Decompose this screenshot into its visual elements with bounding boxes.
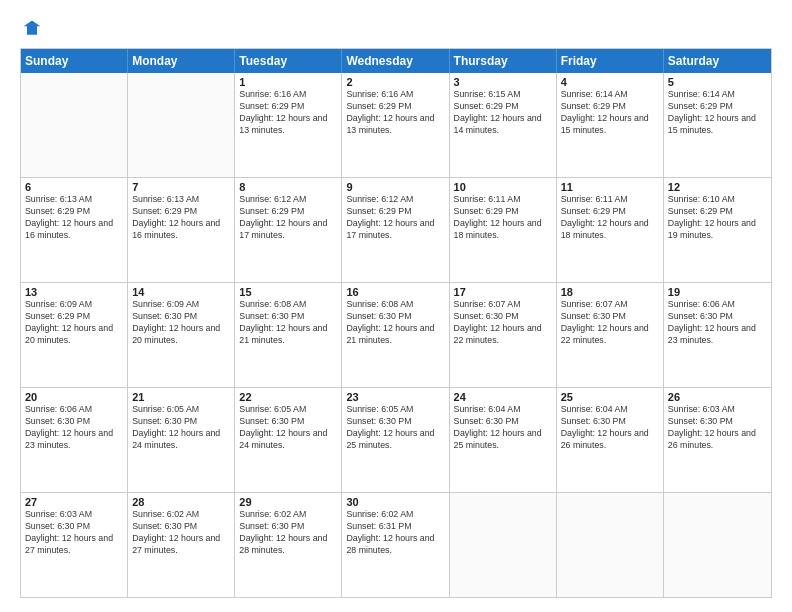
day-number: 19 — [668, 286, 767, 298]
day-number: 2 — [346, 76, 444, 88]
cell-info: Sunrise: 6:14 AM Sunset: 6:29 PM Dayligh… — [668, 89, 767, 137]
calendar-cell: 7Sunrise: 6:13 AM Sunset: 6:29 PM Daylig… — [128, 178, 235, 282]
cell-info: Sunrise: 6:05 AM Sunset: 6:30 PM Dayligh… — [239, 404, 337, 452]
cell-info: Sunrise: 6:05 AM Sunset: 6:30 PM Dayligh… — [132, 404, 230, 452]
day-number: 4 — [561, 76, 659, 88]
calendar-cell: 4Sunrise: 6:14 AM Sunset: 6:29 PM Daylig… — [557, 73, 664, 177]
day-number: 7 — [132, 181, 230, 193]
day-number: 8 — [239, 181, 337, 193]
day-number: 6 — [25, 181, 123, 193]
day-number: 1 — [239, 76, 337, 88]
header-day-friday: Friday — [557, 49, 664, 73]
cell-info: Sunrise: 6:07 AM Sunset: 6:30 PM Dayligh… — [561, 299, 659, 347]
day-number: 27 — [25, 496, 123, 508]
day-number: 25 — [561, 391, 659, 403]
cell-info: Sunrise: 6:04 AM Sunset: 6:30 PM Dayligh… — [454, 404, 552, 452]
cell-info: Sunrise: 6:03 AM Sunset: 6:30 PM Dayligh… — [668, 404, 767, 452]
calendar-cell: 18Sunrise: 6:07 AM Sunset: 6:30 PM Dayli… — [557, 283, 664, 387]
cell-info: Sunrise: 6:11 AM Sunset: 6:29 PM Dayligh… — [561, 194, 659, 242]
calendar-cell: 8Sunrise: 6:12 AM Sunset: 6:29 PM Daylig… — [235, 178, 342, 282]
cell-info: Sunrise: 6:10 AM Sunset: 6:29 PM Dayligh… — [668, 194, 767, 242]
cell-info: Sunrise: 6:15 AM Sunset: 6:29 PM Dayligh… — [454, 89, 552, 137]
calendar-cell: 9Sunrise: 6:12 AM Sunset: 6:29 PM Daylig… — [342, 178, 449, 282]
cell-info: Sunrise: 6:05 AM Sunset: 6:30 PM Dayligh… — [346, 404, 444, 452]
logo-icon — [22, 18, 42, 38]
cell-info: Sunrise: 6:09 AM Sunset: 6:29 PM Dayligh… — [25, 299, 123, 347]
day-number: 28 — [132, 496, 230, 508]
calendar-cell: 3Sunrise: 6:15 AM Sunset: 6:29 PM Daylig… — [450, 73, 557, 177]
calendar-row-1: 6Sunrise: 6:13 AM Sunset: 6:29 PM Daylig… — [21, 178, 771, 283]
header-day-thursday: Thursday — [450, 49, 557, 73]
day-number: 29 — [239, 496, 337, 508]
calendar-cell: 30Sunrise: 6:02 AM Sunset: 6:31 PM Dayli… — [342, 493, 449, 597]
calendar-row-0: 1Sunrise: 6:16 AM Sunset: 6:29 PM Daylig… — [21, 73, 771, 178]
calendar-cell — [664, 493, 771, 597]
day-number: 13 — [25, 286, 123, 298]
cell-info: Sunrise: 6:09 AM Sunset: 6:30 PM Dayligh… — [132, 299, 230, 347]
cell-info: Sunrise: 6:06 AM Sunset: 6:30 PM Dayligh… — [25, 404, 123, 452]
day-number: 3 — [454, 76, 552, 88]
day-number: 12 — [668, 181, 767, 193]
calendar-row-4: 27Sunrise: 6:03 AM Sunset: 6:30 PM Dayli… — [21, 493, 771, 597]
cell-info: Sunrise: 6:16 AM Sunset: 6:29 PM Dayligh… — [239, 89, 337, 137]
calendar-cell: 16Sunrise: 6:08 AM Sunset: 6:30 PM Dayli… — [342, 283, 449, 387]
calendar-cell: 12Sunrise: 6:10 AM Sunset: 6:29 PM Dayli… — [664, 178, 771, 282]
day-number: 20 — [25, 391, 123, 403]
calendar-cell: 10Sunrise: 6:11 AM Sunset: 6:29 PM Dayli… — [450, 178, 557, 282]
calendar-cell — [450, 493, 557, 597]
calendar-cell: 24Sunrise: 6:04 AM Sunset: 6:30 PM Dayli… — [450, 388, 557, 492]
calendar-cell: 26Sunrise: 6:03 AM Sunset: 6:30 PM Dayli… — [664, 388, 771, 492]
header-day-sunday: Sunday — [21, 49, 128, 73]
calendar-cell: 20Sunrise: 6:06 AM Sunset: 6:30 PM Dayli… — [21, 388, 128, 492]
cell-info: Sunrise: 6:04 AM Sunset: 6:30 PM Dayligh… — [561, 404, 659, 452]
calendar-cell: 27Sunrise: 6:03 AM Sunset: 6:30 PM Dayli… — [21, 493, 128, 597]
svg-marker-0 — [24, 21, 41, 35]
cell-info: Sunrise: 6:02 AM Sunset: 6:31 PM Dayligh… — [346, 509, 444, 557]
page: SundayMondayTuesdayWednesdayThursdayFrid… — [0, 0, 792, 612]
header-day-wednesday: Wednesday — [342, 49, 449, 73]
day-number: 18 — [561, 286, 659, 298]
calendar-cell: 6Sunrise: 6:13 AM Sunset: 6:29 PM Daylig… — [21, 178, 128, 282]
day-number: 5 — [668, 76, 767, 88]
calendar-cell: 22Sunrise: 6:05 AM Sunset: 6:30 PM Dayli… — [235, 388, 342, 492]
cell-info: Sunrise: 6:13 AM Sunset: 6:29 PM Dayligh… — [132, 194, 230, 242]
day-number: 23 — [346, 391, 444, 403]
cell-info: Sunrise: 6:11 AM Sunset: 6:29 PM Dayligh… — [454, 194, 552, 242]
day-number: 26 — [668, 391, 767, 403]
calendar-cell: 28Sunrise: 6:02 AM Sunset: 6:30 PM Dayli… — [128, 493, 235, 597]
calendar-row-2: 13Sunrise: 6:09 AM Sunset: 6:29 PM Dayli… — [21, 283, 771, 388]
cell-info: Sunrise: 6:02 AM Sunset: 6:30 PM Dayligh… — [132, 509, 230, 557]
calendar-cell: 21Sunrise: 6:05 AM Sunset: 6:30 PM Dayli… — [128, 388, 235, 492]
day-number: 17 — [454, 286, 552, 298]
cell-info: Sunrise: 6:03 AM Sunset: 6:30 PM Dayligh… — [25, 509, 123, 557]
header-day-monday: Monday — [128, 49, 235, 73]
header-day-saturday: Saturday — [664, 49, 771, 73]
calendar-body: 1Sunrise: 6:16 AM Sunset: 6:29 PM Daylig… — [21, 73, 771, 597]
day-number: 21 — [132, 391, 230, 403]
calendar-cell: 19Sunrise: 6:06 AM Sunset: 6:30 PM Dayli… — [664, 283, 771, 387]
calendar: SundayMondayTuesdayWednesdayThursdayFrid… — [20, 48, 772, 598]
cell-info: Sunrise: 6:08 AM Sunset: 6:30 PM Dayligh… — [346, 299, 444, 347]
calendar-cell: 15Sunrise: 6:08 AM Sunset: 6:30 PM Dayli… — [235, 283, 342, 387]
day-number: 16 — [346, 286, 444, 298]
cell-info: Sunrise: 6:13 AM Sunset: 6:29 PM Dayligh… — [25, 194, 123, 242]
cell-info: Sunrise: 6:12 AM Sunset: 6:29 PM Dayligh… — [239, 194, 337, 242]
calendar-cell: 2Sunrise: 6:16 AM Sunset: 6:29 PM Daylig… — [342, 73, 449, 177]
cell-info: Sunrise: 6:12 AM Sunset: 6:29 PM Dayligh… — [346, 194, 444, 242]
day-number: 14 — [132, 286, 230, 298]
calendar-cell — [21, 73, 128, 177]
calendar-header: SundayMondayTuesdayWednesdayThursdayFrid… — [21, 49, 771, 73]
cell-info: Sunrise: 6:08 AM Sunset: 6:30 PM Dayligh… — [239, 299, 337, 347]
header-day-tuesday: Tuesday — [235, 49, 342, 73]
day-number: 15 — [239, 286, 337, 298]
calendar-cell: 5Sunrise: 6:14 AM Sunset: 6:29 PM Daylig… — [664, 73, 771, 177]
calendar-cell: 14Sunrise: 6:09 AM Sunset: 6:30 PM Dayli… — [128, 283, 235, 387]
day-number: 9 — [346, 181, 444, 193]
calendar-cell: 17Sunrise: 6:07 AM Sunset: 6:30 PM Dayli… — [450, 283, 557, 387]
calendar-cell: 29Sunrise: 6:02 AM Sunset: 6:30 PM Dayli… — [235, 493, 342, 597]
day-number: 24 — [454, 391, 552, 403]
cell-info: Sunrise: 6:07 AM Sunset: 6:30 PM Dayligh… — [454, 299, 552, 347]
calendar-cell: 25Sunrise: 6:04 AM Sunset: 6:30 PM Dayli… — [557, 388, 664, 492]
day-number: 30 — [346, 496, 444, 508]
calendar-cell: 23Sunrise: 6:05 AM Sunset: 6:30 PM Dayli… — [342, 388, 449, 492]
